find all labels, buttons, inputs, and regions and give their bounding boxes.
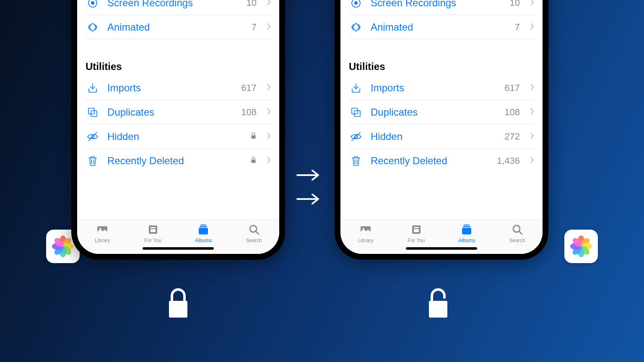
- chevron-right-icon: [267, 108, 271, 117]
- tab-label: Albums: [458, 238, 475, 243]
- record-icon: [86, 0, 100, 10]
- album-label: Screen Recordings: [107, 0, 239, 9]
- album-count: 272: [504, 131, 520, 142]
- animated-icon: [349, 20, 363, 34]
- chevron-right-icon: [267, 132, 271, 141]
- svg-line-27: [352, 132, 360, 141]
- hidden-icon: [86, 129, 100, 144]
- tab-albums[interactable]: Albums: [184, 223, 222, 243]
- album-row-import[interactable]: Imports617: [349, 76, 534, 100]
- phone-mockup-locked: Screenshots382Screen Recordings10Animate…: [71, 0, 285, 260]
- album-row-record[interactable]: Screen Recordings10: [86, 0, 271, 15]
- locked-icon: [166, 285, 191, 322]
- album-count: 7: [252, 22, 257, 33]
- lock-icon: [250, 156, 257, 165]
- album-row-hidden[interactable]: Hidden272: [349, 124, 534, 149]
- foryou-icon: [410, 223, 423, 236]
- tab-foryou[interactable]: For You: [134, 223, 172, 243]
- chevron-right-icon: [530, 108, 534, 117]
- duplicates-icon: [349, 105, 363, 119]
- home-indicator: [143, 247, 214, 250]
- album-count: 108: [504, 107, 520, 118]
- album-row-duplicates[interactable]: Duplicates108: [349, 100, 534, 124]
- unlocked-icon: [426, 285, 451, 322]
- album-count: 1,436: [497, 155, 520, 166]
- albums-icon: [460, 223, 473, 236]
- chevron-right-icon: [267, 23, 271, 32]
- album-row-import[interactable]: Imports617: [86, 76, 271, 100]
- album-row-trash[interactable]: Recently Deleted: [86, 149, 271, 173]
- svg-line-37: [519, 231, 522, 234]
- tab-label: Search: [246, 238, 262, 243]
- chevron-right-icon: [530, 132, 534, 141]
- album-row-animated[interactable]: Animated7: [86, 15, 271, 39]
- svg-rect-35: [462, 228, 471, 235]
- album-label: Imports: [107, 82, 234, 94]
- animated-icon: [86, 20, 100, 34]
- svg-rect-41: [429, 301, 447, 318]
- home-indicator: [406, 247, 477, 250]
- album-label: Duplicates: [371, 106, 497, 118]
- record-icon: [349, 0, 363, 10]
- album-row-animated[interactable]: Animated7: [349, 15, 534, 39]
- library-icon: [96, 223, 109, 236]
- chevron-right-icon: [530, 23, 534, 32]
- album-count: 10: [247, 0, 257, 8]
- duplicates-icon: [86, 105, 100, 119]
- tab-label: Library: [358, 238, 374, 243]
- album-row-record[interactable]: Screen Recordings10: [349, 0, 534, 15]
- svg-rect-33: [464, 225, 470, 225]
- section-title-utilities: Utilities: [349, 58, 534, 76]
- svg-rect-40: [169, 301, 187, 318]
- foryou-icon: [147, 223, 159, 236]
- svg-rect-31: [414, 227, 419, 228]
- svg-point-23: [354, 1, 358, 5]
- album-count: 108: [241, 107, 257, 118]
- chevron-right-icon: [267, 83, 271, 93]
- tab-label: Search: [509, 238, 525, 243]
- album-label: Recently Deleted: [371, 155, 489, 167]
- svg-rect-16: [200, 226, 207, 228]
- svg-rect-8: [252, 135, 256, 139]
- chevron-right-icon: [267, 156, 271, 165]
- import-icon: [349, 81, 363, 95]
- album-label: Animated: [371, 21, 507, 33]
- phone-mockup-unlocked: Screenshots381Screen Recordings10Animate…: [335, 0, 548, 260]
- lock-icon: [250, 132, 257, 141]
- chevron-right-icon: [267, 0, 271, 8]
- tab-label: Albums: [195, 238, 212, 243]
- svg-rect-13: [151, 227, 156, 228]
- album-count: 10: [510, 0, 520, 8]
- tab-library[interactable]: Library: [347, 223, 384, 243]
- tab-search[interactable]: Search: [235, 223, 273, 243]
- search-icon: [248, 223, 260, 236]
- section-title-utilities: Utilities: [86, 58, 271, 76]
- svg-rect-15: [200, 225, 206, 225]
- arrow-icon: [296, 169, 321, 183]
- photos-app-icon: [564, 230, 598, 263]
- trash-icon: [349, 154, 363, 168]
- svg-rect-17: [199, 228, 208, 235]
- tab-library[interactable]: Library: [83, 223, 121, 243]
- tab-label: For You: [408, 238, 425, 243]
- library-icon: [359, 223, 372, 236]
- album-label: Imports: [371, 82, 497, 94]
- chevron-right-icon: [530, 0, 534, 8]
- album-count: 617: [504, 83, 520, 93]
- svg-line-7: [88, 132, 97, 141]
- svg-line-19: [256, 231, 259, 234]
- albums-icon: [197, 223, 210, 236]
- album-row-duplicates[interactable]: Duplicates108: [86, 100, 271, 124]
- tab-foryou[interactable]: For You: [397, 223, 435, 243]
- album-label: Animated: [107, 21, 244, 33]
- tab-search[interactable]: Search: [499, 223, 536, 243]
- album-row-trash[interactable]: Recently Deleted1,436: [349, 149, 534, 173]
- chevron-right-icon: [530, 83, 534, 93]
- arrow-icon: [296, 193, 321, 207]
- album-row-hidden[interactable]: Hidden: [86, 124, 271, 149]
- tab-label: For You: [144, 238, 161, 243]
- album-label: Duplicates: [107, 106, 234, 118]
- tab-albums[interactable]: Albums: [448, 223, 486, 243]
- album-label: Hidden: [107, 131, 243, 142]
- album-count: 7: [515, 22, 520, 33]
